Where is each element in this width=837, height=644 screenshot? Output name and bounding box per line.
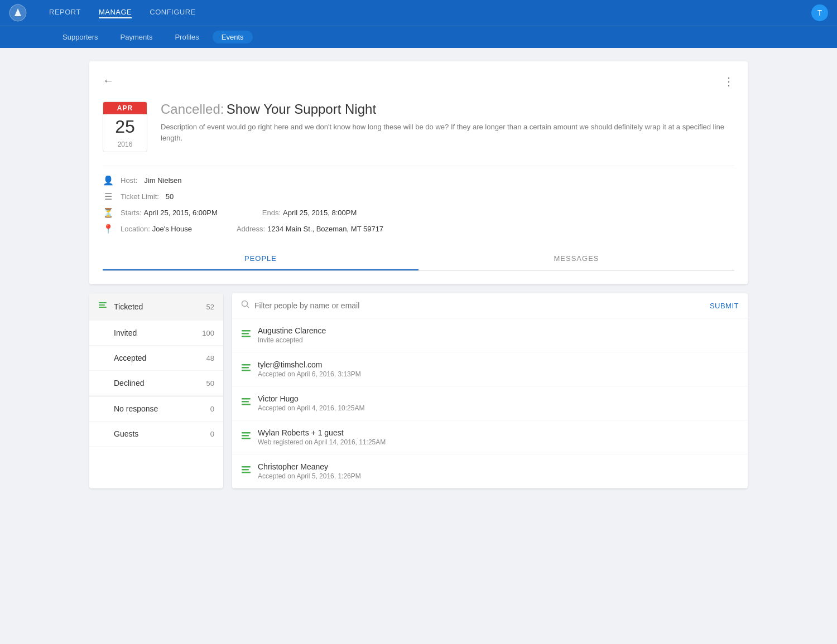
tab-messages[interactable]: MESSAGES: [419, 248, 734, 270]
tab-people[interactable]: PEOPLE: [103, 248, 419, 270]
ends-item: Ends: April 25, 2015, 8:00PM: [262, 209, 357, 217]
more-options-button[interactable]: ⋮: [723, 75, 734, 88]
person-icon: 👤: [103, 175, 114, 186]
svg-rect-15: [242, 404, 251, 405]
app-logo[interactable]: [9, 4, 27, 22]
person-1-icon: [241, 329, 251, 342]
sub-nav: Supporters Payments Profiles Events: [0, 26, 837, 48]
event-day: 25: [103, 114, 147, 139]
subnav-supporters[interactable]: Supporters: [54, 31, 107, 43]
guests-count: 0: [210, 430, 214, 438]
sub-nav-links: Supporters Payments Profiles Events: [54, 31, 253, 43]
ticketed-icon: [98, 301, 107, 312]
host-value: Jim Nielsen: [144, 176, 181, 185]
nav-report[interactable]: REPORT: [49, 8, 81, 18]
calendar-icon: APR 25 2016: [103, 101, 147, 152]
svg-rect-17: [242, 435, 249, 437]
event-month: APR: [103, 102, 147, 114]
svg-rect-10: [242, 364, 251, 366]
starts-value: April 25, 2015, 6:00PM: [144, 209, 218, 217]
people-section: Ticketed 52 Invited 100 Accepted 48 Decl…: [89, 293, 748, 488]
location-label: Location:: [121, 225, 150, 233]
svg-rect-4: [99, 307, 107, 308]
svg-rect-12: [242, 370, 251, 371]
submit-button[interactable]: SUBMIT: [710, 302, 739, 310]
event-details: 👤 Host: Jim Nielsen ☰ Ticket Limit: 50 ⏳…: [103, 166, 734, 234]
ticketed-label: Ticketed: [114, 302, 206, 311]
event-tabs: PEOPLE MESSAGES: [103, 248, 734, 271]
subnav-events[interactable]: Events: [213, 31, 253, 43]
event-description: Description of event would go right here…: [161, 122, 734, 143]
starts-item: Starts: April 25, 2015, 6:00PM: [121, 209, 218, 217]
location-pair: Location: Joe's House Address: 1234 Main…: [121, 225, 383, 233]
ticket-icon: ☰: [103, 191, 114, 202]
svg-line-6: [247, 306, 249, 308]
svg-rect-13: [242, 398, 251, 400]
svg-rect-14: [242, 401, 249, 403]
top-nav-links: REPORT MANAGE CONFIGURE: [49, 8, 811, 18]
back-button[interactable]: ←: [103, 75, 114, 86]
svg-rect-11: [242, 367, 249, 369]
person-4-status: Web registered on April 14, 2016, 11:25A…: [258, 438, 386, 446]
svg-rect-20: [242, 469, 249, 471]
invited-count: 100: [202, 329, 214, 337]
sidebar-item-declined[interactable]: Declined 50: [89, 371, 223, 396]
declined-label: Declined: [114, 379, 206, 388]
sidebar-item-guests[interactable]: Guests 0: [89, 422, 223, 447]
svg-rect-9: [242, 336, 251, 337]
accepted-count: 48: [206, 354, 214, 362]
event-title-text: Show Your Support Night: [227, 101, 376, 117]
address-value: 1234 Main St., Bozeman, MT 59717: [267, 225, 383, 233]
svg-rect-18: [242, 438, 251, 439]
avatar[interactable]: T: [811, 4, 828, 21]
search-icon: [241, 300, 250, 311]
person-2-info: tyler@timshel.com Accepted on April 6, 2…: [258, 360, 361, 378]
ticket-limit-value: 50: [166, 192, 174, 201]
location-item: Location: Joe's House: [121, 225, 192, 233]
host-label: Host:: [121, 176, 137, 185]
address-item: Address: 1234 Main St., Bozeman, MT 5971…: [237, 225, 383, 233]
person-2-name: tyler@timshel.com: [258, 360, 361, 369]
person-3-name: Victor Hugo: [258, 394, 364, 403]
sidebar-item-no-response[interactable]: No response 0: [89, 396, 223, 422]
svg-rect-21: [242, 472, 251, 473]
location-value: Joe's House: [152, 225, 192, 233]
person-row: Wylan Roberts + 1 guest Web registered o…: [232, 420, 748, 454]
person-5-name: Christopher Meaney: [258, 462, 361, 471]
event-card-header: ← ⋮: [103, 75, 734, 88]
person-row: Augustine Clarence Invite accepted: [232, 318, 748, 352]
sidebar-item-invited[interactable]: Invited 100: [89, 321, 223, 346]
subnav-payments[interactable]: Payments: [112, 31, 162, 43]
ends-value: April 25, 2015, 8:00PM: [283, 209, 357, 217]
invited-label: Invited: [114, 328, 202, 337]
guests-label: Guests: [114, 429, 210, 438]
person-5-icon: [241, 465, 251, 478]
svg-rect-19: [242, 466, 251, 468]
host-row: 👤 Host: Jim Nielsen: [103, 175, 734, 186]
svg-rect-8: [242, 333, 249, 335]
person-1-name: Augustine Clarence: [258, 326, 326, 335]
ends-label: Ends:: [262, 209, 281, 217]
person-3-info: Victor Hugo Accepted on April 4, 2016, 1…: [258, 394, 364, 412]
sidebar-item-accepted[interactable]: Accepted 48: [89, 346, 223, 371]
subnav-profiles[interactable]: Profiles: [166, 31, 208, 43]
main-content: ← ⋮ APR 25 2016 Cancelled: Show Your Sup…: [0, 48, 837, 502]
person-4-name: Wylan Roberts + 1 guest: [258, 428, 386, 437]
filter-input[interactable]: [254, 301, 710, 310]
person-1-info: Augustine Clarence Invite accepted: [258, 326, 326, 344]
starts-label: Starts:: [121, 209, 142, 217]
person-2-status: Accepted on April 6, 2016, 3:13PM: [258, 370, 361, 378]
nav-configure[interactable]: CONFIGURE: [150, 8, 196, 18]
ticketed-count: 52: [206, 303, 214, 311]
sidebar-item-ticketed[interactable]: Ticketed 52: [89, 293, 223, 321]
location-row: 📍 Location: Joe's House Address: 1234 Ma…: [103, 224, 734, 234]
svg-rect-7: [242, 330, 251, 332]
declined-count: 50: [206, 379, 214, 388]
svg-point-5: [242, 301, 248, 307]
svg-rect-16: [242, 432, 251, 434]
nav-manage[interactable]: MANAGE: [99, 8, 132, 18]
location-icon: 📍: [103, 224, 114, 234]
person-3-status: Accepted on April 4, 2016, 10:25AM: [258, 404, 364, 412]
ticket-limit-label: Ticket Limit:: [121, 192, 159, 201]
clock-icon: ⏳: [103, 207, 114, 218]
